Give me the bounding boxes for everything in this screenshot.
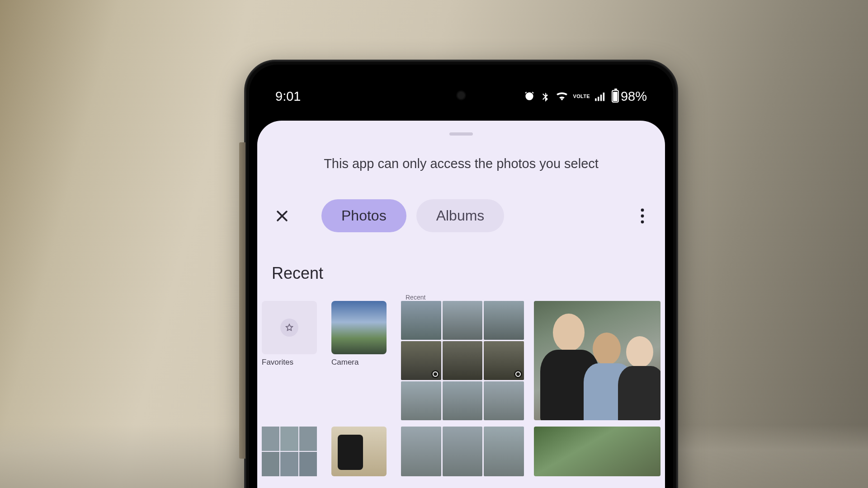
photo-picker-sheet: This app can only access the photos you …: [257, 121, 665, 488]
photo-thumb[interactable]: [443, 301, 483, 340]
photo-thumb[interactable]: [484, 341, 524, 380]
photo-large-2[interactable]: [534, 427, 660, 476]
photo-cluster[interactable]: Recent: [401, 301, 524, 420]
burst-icon: [514, 370, 522, 378]
tab-photos[interactable]: Photos: [321, 199, 406, 232]
tabs: Photos Albums: [321, 199, 504, 232]
photo-thumb[interactable]: [401, 301, 441, 340]
battery-percentage: 98%: [621, 89, 647, 104]
photo-thumb[interactable]: [484, 427, 524, 476]
section-title-recent: Recent: [272, 264, 665, 283]
svg-rect-1: [598, 97, 599, 101]
photo-thumb[interactable]: [401, 341, 441, 380]
photo-thumb[interactable]: [443, 427, 483, 476]
burst-icon: [431, 370, 439, 378]
phone-bezel: 9:01 VO LTE: [249, 65, 673, 488]
photo-grid: Favorites Camera Recent: [257, 301, 665, 420]
camera-notch: [414, 75, 509, 85]
svg-point-4: [641, 208, 644, 211]
battery-icon: [612, 90, 619, 103]
alarm-icon: [524, 90, 535, 102]
album-favorites-label: Favorites: [262, 358, 321, 367]
volte-icon: VO LTE: [573, 94, 590, 99]
svg-point-5: [641, 214, 644, 217]
photo-grid-row-2: [257, 427, 665, 476]
tab-row: Photos Albums: [257, 199, 665, 232]
photo-large[interactable]: [534, 301, 660, 420]
photo-cluster-small[interactable]: [401, 427, 524, 476]
star-icon: [280, 319, 298, 337]
photo-thumb[interactable]: [401, 427, 441, 476]
svg-rect-2: [600, 95, 602, 101]
tab-albums[interactable]: Albums: [416, 199, 505, 232]
photo-device-thumb[interactable]: [331, 427, 387, 476]
wifi-icon: [555, 91, 569, 102]
phone-hardware: 9:01 VO LTE: [244, 60, 678, 488]
album-camera-cover: [331, 301, 387, 354]
close-icon: [274, 208, 290, 224]
close-button[interactable]: [270, 204, 294, 228]
photo-thumb[interactable]: [484, 381, 524, 420]
bluetooth-icon: [540, 90, 551, 102]
photo-thumb[interactable]: [401, 381, 441, 420]
album-favorites-cover: [262, 301, 317, 354]
album-camera[interactable]: Camera: [331, 301, 391, 420]
album-favorites[interactable]: Favorites: [262, 301, 321, 420]
photo-thumb[interactable]: [484, 301, 524, 340]
cluster-recent-label: Recent: [406, 294, 425, 301]
more-options-button[interactable]: [632, 204, 652, 228]
svg-rect-0: [595, 99, 597, 101]
phone-hinge: [239, 142, 245, 459]
battery-indicator: 98%: [612, 89, 647, 104]
scene-background: 9:01 VO LTE: [0, 0, 868, 488]
signal-icon: [594, 91, 607, 102]
svg-rect-3: [603, 93, 605, 101]
photo-mini-cluster[interactable]: [262, 427, 317, 476]
photo-thumb[interactable]: [443, 341, 483, 380]
album-camera-label: Camera: [331, 358, 391, 367]
permission-message: This app can only access the photos you …: [257, 156, 665, 171]
status-icons: VO LTE 98%: [524, 89, 647, 104]
status-bar: 9:01 VO LTE: [267, 86, 655, 106]
drag-handle[interactable]: [449, 132, 473, 136]
photo-thumb[interactable]: [443, 381, 483, 420]
svg-point-6: [641, 220, 644, 223]
more-vertical-icon: [641, 208, 644, 224]
status-time: 9:01: [275, 89, 301, 104]
